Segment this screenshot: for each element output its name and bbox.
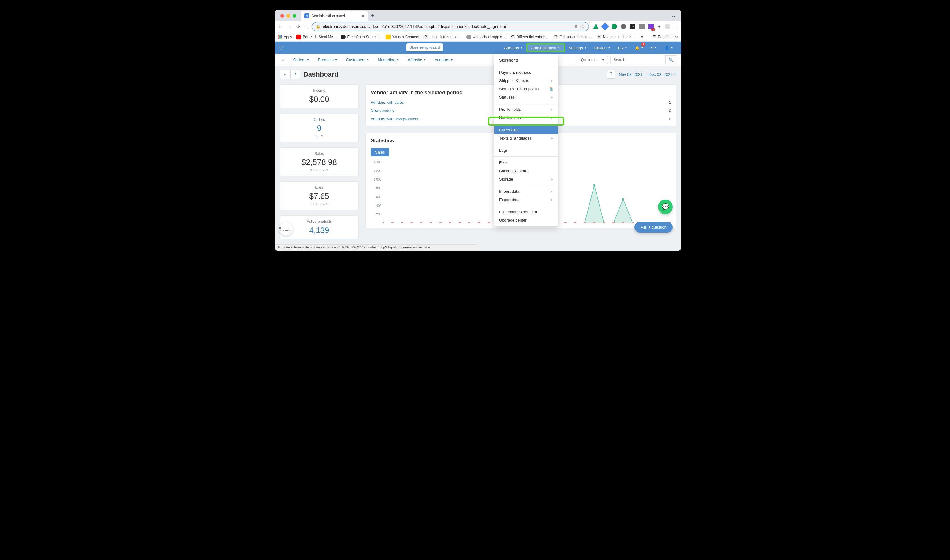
vendor-link[interactable]: Vendors with sales [371, 100, 404, 105]
quick-menu[interactable]: Quick menu▼ [577, 56, 608, 64]
lock-icon: 🔒 [316, 25, 320, 29]
svg-point-36 [430, 222, 432, 223]
dropdown-item-statuses[interactable]: Statuses▶ [494, 93, 558, 101]
svg-point-37 [439, 222, 442, 223]
app-body: Store setup wizard 🛒 Add-ons▼ Administra… [275, 42, 681, 251]
nav-user[interactable]: 👤▼ [661, 42, 677, 54]
bookmark-item[interactable]: Yandex.Connect [386, 35, 419, 40]
help-button[interactable]: ? [607, 70, 615, 78]
profile-avatar[interactable] [665, 24, 670, 29]
nav-design[interactable]: Design▼ [591, 42, 614, 54]
dropdown-item-payment-methods[interactable]: Payment methods [494, 68, 558, 77]
ext-v-icon[interactable] [639, 24, 645, 29]
content: Income $0.00 Orders 9 0, +9 Sales $2,578… [275, 83, 681, 239]
subnav-customers[interactable]: Customers▼ [343, 57, 373, 62]
date-range-selector[interactable]: Nov 08, 2021 — Dec 08, 2021▼ [619, 72, 676, 77]
subnav-website[interactable]: Website▼ [405, 57, 430, 62]
back-icon[interactable]: ← [278, 24, 283, 29]
nav-notifications[interactable]: 🔔1▼ [631, 42, 647, 54]
dropdown-item-export-data[interactable]: Export data▶ [494, 195, 558, 204]
vendor-link[interactable]: New vendors [371, 108, 394, 113]
dropdown-item-profile-fields[interactable]: Profile fields▶ [494, 105, 558, 114]
ext-jb-icon[interactable]: JB [630, 24, 635, 29]
more-bookmarks[interactable]: » [641, 35, 643, 39]
stats-tab-sales[interactable]: Sales [371, 148, 389, 156]
extensions: JB 14 ✦ ⋮ [593, 24, 678, 29]
ext-drive-icon[interactable] [593, 24, 599, 29]
dropdown-item-texts-languages[interactable]: Texts & languages▶ [494, 134, 558, 142]
search-button[interactable]: 🔍 [665, 55, 677, 64]
tab-close-icon[interactable]: × [362, 14, 364, 18]
dropdown-item-notifications[interactable]: Notifications▶ [494, 114, 558, 122]
reading-list-button[interactable]: ☰Reading List [653, 35, 678, 39]
dropdown-item-file-changes-detector[interactable]: File changes detector [494, 208, 558, 216]
address-bar[interactable]: 🔒 electronics.demos.mv.cs-cart.com/b1df3… [312, 22, 589, 31]
card-orders: Orders 9 0, +9 [280, 114, 359, 142]
extensions-icon[interactable]: ✦ [657, 24, 661, 29]
nav-addons[interactable]: Add-ons▼ [500, 42, 527, 54]
reload-icon[interactable]: ⟳ [296, 23, 300, 29]
bookmark-item[interactable]: WDifferential entrop… [510, 35, 549, 40]
ext-diamond-icon[interactable] [601, 23, 609, 30]
chevron-down-icon: ▼ [307, 58, 309, 62]
maximize-window-icon[interactable] [293, 14, 296, 18]
ask-question-button[interactable]: Ask a question [634, 222, 673, 232]
left-column: Income $0.00 Orders 9 0, +9 Sales $2,578… [280, 85, 359, 239]
nav-currency[interactable]: $▼ [647, 42, 661, 54]
home-icon[interactable]: ⌂ [305, 24, 308, 29]
ext-purple-icon[interactable]: 14 [648, 24, 654, 29]
store-setup-wizard-tooltip[interactable]: Store setup wizard [406, 43, 443, 51]
dropdown-item-stores-pickup-points[interactable]: Stores & pickup points🏪 [494, 85, 558, 93]
page-header: ← ▼ Dashboard ? Nov 08, 2021 — Dec 08, 2… [275, 66, 681, 83]
browser-tab[interactable]: ⚙ Administration panel × [300, 11, 368, 21]
close-window-icon[interactable] [280, 14, 284, 18]
nav-home-icon[interactable]: ⌂ [279, 57, 288, 62]
back-dropdown[interactable]: ▼ [291, 70, 300, 79]
card-taxes: Taxes $7.65 $0.00 , +∞% [280, 182, 359, 210]
bookmark-item[interactable]: Free Open-Source… [341, 35, 381, 40]
marketplace-badge[interactable]: ▦ Marketplace [279, 222, 293, 235]
dropdown-item-backup-restore[interactable]: Backup/Restore [494, 167, 558, 175]
subnav-orders[interactable]: Orders▼ [290, 57, 313, 62]
cart-icon[interactable]: 🛒 [279, 45, 284, 50]
dropdown-item-logs[interactable]: Logs [494, 146, 558, 155]
chat-fab[interactable]: 💬 [658, 200, 673, 214]
dropdown-item-shipping-taxes[interactable]: Shipping & taxes▶ [494, 77, 558, 85]
minimize-window-icon[interactable] [286, 14, 290, 18]
dropdown-item-import-data[interactable]: Import data▶ [494, 187, 558, 195]
y-tick-label: 1,400 [374, 160, 381, 164]
ext-gear-icon[interactable] [621, 24, 626, 29]
new-tab-button[interactable]: + [368, 12, 377, 21]
window-controls[interactable] [277, 14, 299, 21]
bookmark-item[interactable]: WNoncentral chi-sq… [596, 35, 635, 40]
share-icon[interactable]: ⇧ [574, 24, 578, 29]
dropdown-item-upgrade-center[interactable]: Upgrade center [494, 216, 558, 224]
back-button[interactable]: ← [280, 70, 291, 79]
subnav-marketing[interactable]: Marketing▼ [375, 57, 402, 62]
subnav-vendors[interactable]: Vendors▼ [431, 57, 456, 62]
nav-language[interactable]: EN▼ [614, 42, 631, 54]
nav-settings[interactable]: Settings▼ [565, 42, 591, 54]
dropdown-item-storefronts[interactable]: Storefronts [494, 56, 558, 64]
dropdown-item-storage[interactable]: Storage▶ [494, 175, 558, 183]
tab-overflow-icon[interactable]: ⌄ [668, 12, 679, 21]
y-tick-label: 600 [376, 195, 381, 198]
chat-icon: 💬 [662, 203, 669, 211]
bookmark-item[interactable]: web.schoolxapp.c… [467, 35, 506, 40]
vendor-link[interactable]: Vendors with new products [371, 117, 418, 121]
store-icon: 🏪 [550, 87, 553, 91]
dropdown-item-files[interactable]: Files [494, 158, 558, 167]
ext-grammarly-icon[interactable] [611, 24, 617, 29]
bookmark-item[interactable]: WChi-squared distri… [553, 35, 592, 40]
bookmark-item[interactable]: WList of integrals of… [423, 35, 462, 40]
menu-icon[interactable]: ⋮ [674, 24, 678, 29]
page-title: Dashboard [303, 71, 339, 78]
bookmark-item[interactable]: Bad Kids Steal Mc… [296, 35, 336, 40]
nav-administration[interactable]: Administration▼ [527, 43, 565, 52]
star-icon[interactable]: ☆ [581, 24, 585, 29]
search-input[interactable] [610, 56, 665, 64]
dropdown-item-currencies[interactable]: Currencies [494, 126, 558, 134]
apps-button[interactable]: Apps [278, 35, 292, 39]
subnav-products[interactable]: Products▼ [315, 57, 341, 62]
svg-point-25 [622, 198, 624, 200]
